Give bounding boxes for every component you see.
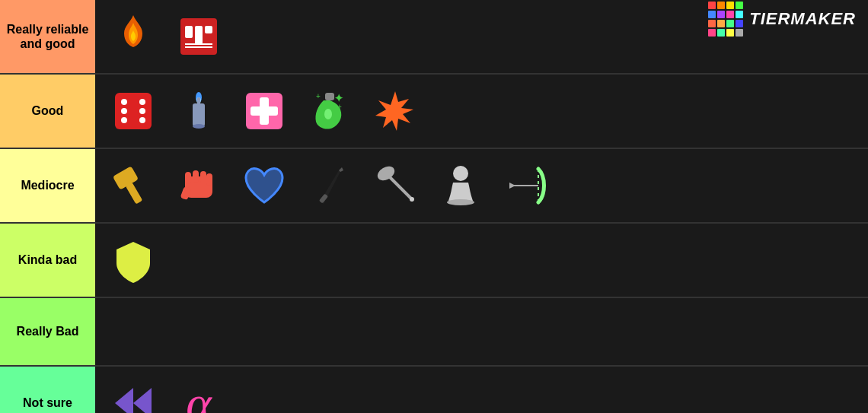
item-rewind xyxy=(103,373,164,413)
tier-items-really-bad xyxy=(95,298,868,365)
item-pawn xyxy=(430,155,491,216)
tier-label-mediocre: Mediocre xyxy=(0,149,95,222)
svg-point-39 xyxy=(447,199,474,205)
tier-row-mediocre: Mediocre xyxy=(0,149,868,224)
item-pin xyxy=(365,155,426,216)
svg-point-10 xyxy=(139,117,145,123)
tier-items-mediocre xyxy=(95,149,868,222)
svg-point-37 xyxy=(410,197,414,202)
svg-line-36 xyxy=(391,178,412,199)
logo-text: TiERMAKER xyxy=(749,9,856,29)
svg-rect-2 xyxy=(195,26,203,44)
item-alpha: α xyxy=(168,373,229,413)
tier-label-good: Good xyxy=(0,75,95,148)
svg-point-8 xyxy=(139,99,145,105)
tiermaker-logo: TiERMAKER xyxy=(708,2,856,37)
svg-marker-44 xyxy=(133,388,152,413)
svg-rect-27 xyxy=(126,182,143,204)
logo-grid-icon xyxy=(708,2,743,37)
svg-point-12 xyxy=(139,108,145,114)
svg-rect-21 xyxy=(325,93,334,100)
item-explosion xyxy=(365,81,426,141)
item-dice xyxy=(103,81,164,141)
item-medkit xyxy=(234,81,295,141)
svg-text:+: + xyxy=(316,92,321,100)
svg-point-9 xyxy=(121,117,127,123)
svg-rect-6 xyxy=(115,93,152,129)
item-shield xyxy=(103,230,164,291)
tier-items-not-sure: α xyxy=(95,367,868,413)
svg-point-38 xyxy=(453,166,468,181)
svg-rect-3 xyxy=(205,26,212,33)
svg-marker-42 xyxy=(509,183,515,189)
tier-row-good: Good xyxy=(0,75,868,149)
svg-point-22 xyxy=(324,109,332,119)
item-fist xyxy=(168,155,229,216)
tier-label-not-sure: Not sure xyxy=(0,367,95,413)
svg-marker-43 xyxy=(115,388,133,413)
item-dagger xyxy=(299,155,360,216)
item-bow xyxy=(496,155,557,216)
svg-rect-15 xyxy=(193,103,205,126)
tier-row-not-sure: Not sure α xyxy=(0,367,868,413)
item-flame xyxy=(103,6,164,67)
svg-rect-31 xyxy=(200,171,206,183)
svg-point-16 xyxy=(193,124,205,129)
item-kanban xyxy=(168,6,229,67)
svg-point-11 xyxy=(121,108,127,114)
svg-rect-20 xyxy=(251,106,278,116)
svg-rect-32 xyxy=(206,173,212,186)
svg-rect-29 xyxy=(185,172,191,184)
tier-row-really-bad: Really Bad xyxy=(0,298,868,367)
svg-point-7 xyxy=(121,99,127,105)
tier-list-container: TiERMAKER Really reliable and good xyxy=(0,0,868,413)
svg-rect-30 xyxy=(193,170,199,183)
item-heart xyxy=(234,155,295,216)
header-bar: TiERMAKER xyxy=(678,0,868,38)
item-hammer xyxy=(103,155,164,216)
tier-label-really-good: Really reliable and good xyxy=(0,0,95,73)
tier-label-kinda-bad: Kinda bad xyxy=(0,224,95,297)
item-potion: ✦ + + xyxy=(299,81,360,141)
tier-items-kinda-bad xyxy=(95,224,868,297)
svg-rect-17 xyxy=(197,97,200,105)
tier-items-good: ✦ + + xyxy=(95,75,868,148)
svg-text:+: + xyxy=(337,103,342,111)
tier-row-kinda-bad: Kinda bad xyxy=(0,224,868,298)
svg-rect-1 xyxy=(185,26,193,38)
tier-label-really-bad: Really Bad xyxy=(0,298,95,365)
svg-rect-26 xyxy=(113,166,139,189)
item-candle xyxy=(168,81,229,141)
